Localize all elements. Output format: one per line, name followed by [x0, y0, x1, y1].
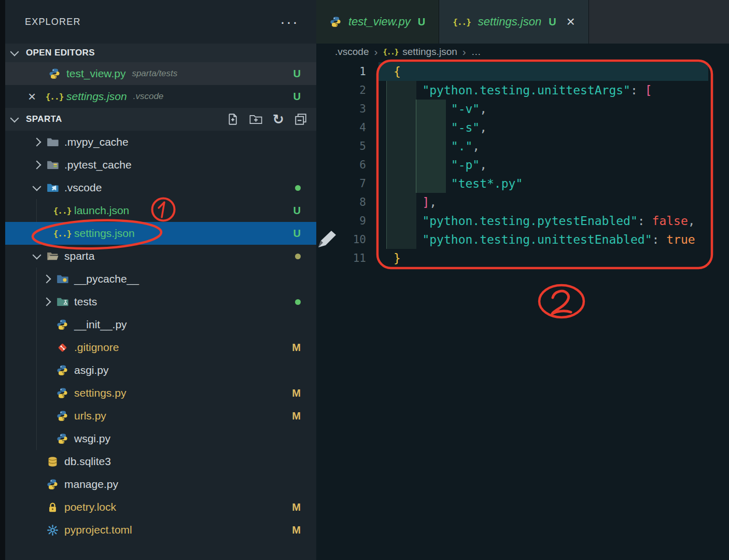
row-right [295, 185, 301, 191]
tree-item-label: .pytest_cache [64, 159, 132, 171]
tree-item-mypy-cache[interactable]: .mypy_cache [5, 131, 316, 153]
code-line-5[interactable]: 5 ".", [316, 137, 729, 156]
collapse-all-button[interactable] [295, 113, 307, 125]
new-file-icon [227, 113, 239, 125]
tree-item-tests[interactable]: tests [5, 290, 316, 313]
file-icon-slot: {..} [53, 206, 71, 216]
code-line-8[interactable]: 8 ], [316, 193, 729, 212]
file-icon-slot [46, 68, 63, 79]
row-right: M [292, 410, 301, 422]
tree-item-settings-json[interactable]: {..}settings.jsonU [5, 222, 316, 245]
line-number: 11 [316, 249, 373, 268]
tree-item-settings-py[interactable]: settings.pyM [5, 382, 316, 404]
chevron-right-icon[interactable] [40, 276, 53, 282]
json-icon: {..} [453, 17, 471, 27]
row-right [295, 254, 301, 259]
code-line-11[interactable]: 11} [316, 249, 729, 268]
code-text: ], [373, 193, 437, 212]
line-number: 9 [316, 212, 373, 230]
new-folder-button[interactable] [249, 114, 262, 125]
chevron-down-icon[interactable] [10, 114, 19, 122]
line-number: 10 [316, 230, 373, 249]
tab-test-view-py[interactable]: test_view.pyU [316, 0, 439, 44]
line-number: 7 [316, 174, 373, 193]
tab-settings-json[interactable]: {..}settings.jsonU× [439, 0, 589, 44]
open-editors-list: test_view.pysparta/testsU×{..}settings.j… [5, 62, 316, 108]
code-line-10[interactable]: 10 "python.testing.unittestEnabled": tru… [316, 230, 729, 249]
tree-item-label: db.sqlite3 [64, 455, 111, 468]
tree-item-asgi-py[interactable]: asgi.py [5, 359, 316, 382]
code-text: "python.testing.unittestArgs": [ [373, 81, 652, 100]
breadcrumb-item-settings-json[interactable]: {..}settings.json [383, 46, 457, 58]
tree-item-urls-py[interactable]: urls.pyM [5, 404, 316, 427]
code-line-2[interactable]: 2 "python.testing.unittestArgs": [ [316, 81, 729, 100]
tree-item-pytest-cache[interactable]: .pytest_cache [5, 153, 316, 176]
chevron-down-icon[interactable] [30, 255, 44, 258]
sparta-section-header[interactable]: SPARTA ↻ [5, 108, 316, 131]
json-icon: {..} [53, 229, 72, 239]
file-icon-slot [44, 525, 61, 536]
code-text: "-p", [373, 156, 487, 174]
chevron-right-icon[interactable] [40, 299, 53, 305]
file-icon-slot [53, 319, 71, 330]
tree-item-launch-json[interactable]: {..}launch.jsonU [5, 199, 316, 222]
code-text: "-v", [373, 100, 487, 118]
tree-item-poetry-lock[interactable]: poetry.lockM [5, 496, 316, 519]
code-line-6[interactable]: 6 "-p", [316, 156, 729, 174]
tree-item-vscode[interactable]: .vscode [5, 176, 316, 199]
tree-item-label: __init__.py [74, 318, 127, 331]
tree-item-sparta[interactable]: sparta [5, 245, 316, 268]
code-line-1[interactable]: 1{ [316, 62, 729, 81]
python-icon [49, 68, 60, 79]
folder-vscode-icon [47, 183, 59, 193]
code-line-3[interactable]: 3 "-v", [316, 100, 729, 118]
chevron-right-icon[interactable] [30, 162, 44, 168]
git-status-badge: M [292, 410, 301, 422]
tree-item-gitignore[interactable]: .gitignoreM [5, 336, 316, 359]
refresh-button[interactable]: ↻ [273, 113, 284, 125]
breadcrumb-item-vscode[interactable]: .vscode [335, 46, 369, 58]
file-tree: .mypy_cache.pytest_cache.vscode{..}launc… [5, 131, 316, 541]
tree-item-db-sqlite3[interactable]: db.sqlite3 [5, 450, 316, 473]
new-file-button[interactable] [227, 113, 239, 125]
line-number: 2 [316, 81, 373, 100]
chevron-down-icon[interactable] [10, 47, 19, 56]
open-editor-description: .vscode [133, 91, 164, 102]
code-text: "test*.py" [373, 174, 523, 193]
open-editors-section-header[interactable]: OPEN EDITORS [5, 44, 316, 62]
row-right: M [292, 501, 301, 513]
python-icon [57, 387, 68, 399]
tree-item-label: tests [74, 296, 97, 308]
new-folder-icon [249, 114, 262, 125]
tree-item-label: __pycache__ [74, 273, 139, 285]
open-editor-settings-json[interactable]: ×{..}settings.json.vscodeU [5, 85, 316, 108]
more-actions-button[interactable]: ··· [280, 19, 299, 24]
modified-dot [295, 254, 301, 259]
tree-item-wsgi-py[interactable]: wsgi.py [5, 427, 316, 450]
code-editor[interactable]: 1{2 "python.testing.unittestArgs": [3 "-… [316, 60, 729, 560]
tree-item-init-py[interactable]: __init__.py [5, 313, 316, 336]
collapse-all-icon [295, 113, 307, 125]
explorer-sidebar: EXPLORER ··· OPEN EDITORS test_view.pysp… [5, 0, 317, 560]
code-line-9[interactable]: 9 "python.testing.pytestEnabled": false, [316, 212, 729, 230]
breadcrumb-item-more[interactable]: … [471, 46, 481, 58]
tree-item-pycache[interactable]: __pycache__ [5, 268, 316, 290]
gear-icon [47, 525, 58, 536]
code-text: "-s", [373, 118, 487, 137]
breadcrumb-label: settings.json [402, 46, 457, 58]
chevron-down-icon[interactable] [30, 186, 44, 190]
lock-icon [47, 502, 58, 513]
tree-item-pyproject-toml[interactable]: pyproject.tomlM [5, 519, 316, 541]
git-status-badge: U [293, 91, 301, 103]
tree-item-manage-py[interactable]: manage.py [5, 473, 316, 496]
code-text: } [373, 249, 401, 268]
code-line-7[interactable]: 7 "test*.py" [316, 174, 729, 193]
code-line-4[interactable]: 4 "-s", [316, 118, 729, 137]
close-icon[interactable]: × [28, 91, 46, 102]
close-icon[interactable]: × [567, 17, 575, 27]
python-icon [330, 16, 341, 27]
open-editor-test-view-py[interactable]: test_view.pysparta/testsU [5, 62, 316, 85]
tab-dirty-badge: U [549, 16, 556, 28]
chevron-right-icon[interactable] [30, 139, 44, 145]
row-right: M [292, 387, 301, 399]
